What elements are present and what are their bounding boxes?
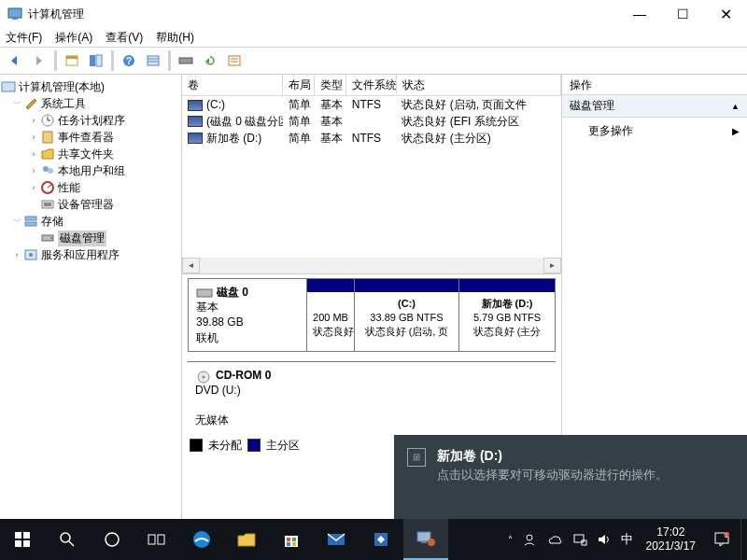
cdrom-row[interactable]: CD-ROM 0 DVD (U:) 无媒体 xyxy=(188,361,556,434)
titlebar[interactable]: 计算机管理 — ☐ ✕ xyxy=(0,0,747,28)
disk-settings-button[interactable] xyxy=(175,49,197,72)
volume-icon xyxy=(188,133,203,144)
scroll-left-button[interactable]: ◄ xyxy=(182,258,200,273)
minimize-button[interactable]: — xyxy=(618,0,661,28)
taskbar-mail[interactable] xyxy=(314,519,359,560)
tree-system-tools[interactable]: ﹀系统工具 xyxy=(0,95,181,112)
tray-chevron-up-icon[interactable]: ˄ xyxy=(508,535,513,545)
action-center-button[interactable]: 1 xyxy=(703,519,740,560)
separator xyxy=(54,50,57,71)
collapse-icon[interactable]: ▲ xyxy=(731,102,740,111)
taskbar-explorer[interactable] xyxy=(224,519,269,560)
partition-d[interactable]: 新加卷 (D:)5.79 GB NTFS状态良好 (主分 xyxy=(459,279,555,351)
legend-swatch-unallocated xyxy=(190,439,203,452)
tray-ime[interactable]: 中 xyxy=(621,531,633,548)
svg-point-34 xyxy=(203,375,205,378)
menubar: 文件(F) 操作(A) 查看(V) 帮助(H) xyxy=(0,28,747,47)
list-header[interactable]: 卷 布局 类型 文件系统 状态 xyxy=(182,75,561,96)
menu-help[interactable]: 帮助(H) xyxy=(156,30,194,46)
partition-c[interactable]: (C:)33.89 GB NTFS状态良好 (启动, 页 xyxy=(355,279,459,351)
help-button[interactable]: ? xyxy=(118,49,140,72)
svg-rect-3 xyxy=(66,56,78,59)
toast-notification[interactable]: ⊞ 新加卷 (D:) 点击以选择要对可移动驱动器进行的操作。 xyxy=(394,435,747,519)
svg-point-41 xyxy=(106,533,119,546)
tree-disk-management[interactable]: 磁盘管理 xyxy=(0,230,181,246)
svg-rect-46 xyxy=(287,538,290,541)
menu-file[interactable]: 文件(F) xyxy=(6,30,42,46)
tray-volume-icon[interactable] xyxy=(597,533,612,546)
svg-rect-38 xyxy=(23,540,30,547)
tray-network-icon[interactable] xyxy=(572,533,587,546)
svg-line-23 xyxy=(48,185,51,188)
svg-rect-1 xyxy=(12,18,18,20)
tree-event-viewer[interactable]: ›事件查看器 xyxy=(0,129,181,146)
tree-root[interactable]: 计算机管理(本地) xyxy=(0,78,181,95)
taskbar-compmgmt[interactable] xyxy=(403,519,448,560)
separator xyxy=(111,50,114,71)
svg-rect-26 xyxy=(25,217,36,220)
svg-rect-37 xyxy=(15,540,21,547)
search-button[interactable] xyxy=(45,519,90,560)
volume-row[interactable]: (磁盘 0 磁盘分区 1) 简单基本状态良好 (EFI 系统分区 xyxy=(182,113,561,130)
drive-icon: ⊞ xyxy=(407,448,426,467)
maximize-button[interactable]: ☐ xyxy=(661,0,704,28)
system-tray[interactable]: ˄ 中 xyxy=(502,531,639,548)
scroll-track[interactable] xyxy=(200,258,543,273)
svg-rect-0 xyxy=(8,8,21,18)
list-body[interactable]: (C:) 简单基本NTFS状态良好 (启动, 页面文件 (磁盘 0 磁盘分区 1… xyxy=(182,96,561,258)
volume-row[interactable]: (C:) 简单基本NTFS状态良好 (启动, 页面文件 xyxy=(182,96,561,113)
col-status[interactable]: 状态 xyxy=(397,75,561,95)
tree-task-scheduler[interactable]: ›任务计划程序 xyxy=(0,112,181,129)
taskbar-store[interactable] xyxy=(269,519,314,560)
cortana-button[interactable] xyxy=(90,519,134,560)
back-button[interactable] xyxy=(4,49,26,72)
actions-more[interactable]: 更多操作 ▶ xyxy=(562,118,747,145)
menu-view[interactable]: 查看(V) xyxy=(106,30,143,46)
show-hide-tree-button[interactable] xyxy=(85,49,107,72)
svg-line-40 xyxy=(69,541,74,546)
svg-rect-5 xyxy=(96,55,102,66)
taskbar[interactable]: ˄ 中 17:02 2021/3/17 1 xyxy=(0,519,747,560)
tray-people-icon[interactable] xyxy=(522,532,537,547)
col-type[interactable]: 类型 xyxy=(315,75,346,95)
taskbar-clock[interactable]: 17:02 2021/3/17 xyxy=(639,525,703,553)
scroll-right-button[interactable]: ► xyxy=(543,258,561,273)
tray-onedrive-icon[interactable] xyxy=(546,533,563,546)
tree-performance[interactable]: ›性能 xyxy=(0,179,181,196)
svg-rect-53 xyxy=(421,541,427,543)
start-button[interactable] xyxy=(0,519,45,560)
close-button[interactable]: ✕ xyxy=(704,0,747,28)
disk-0-row[interactable]: 磁盘 0 基本 39.88 GB 联机 200 MB状态良好 (C:)33.89… xyxy=(188,278,556,352)
col-layout[interactable]: 布局 xyxy=(283,75,315,95)
svg-rect-4 xyxy=(90,55,95,66)
disk-0-info[interactable]: 磁盘 0 基本 39.88 GB 联机 xyxy=(189,279,307,351)
taskbar-security[interactable] xyxy=(359,519,403,560)
taskbar-edge[interactable] xyxy=(179,519,224,560)
navigation-tree[interactable]: 计算机管理(本地) ﹀系统工具 ›任务计划程序 ›事件查看器 ›共享文件夹 ›本… xyxy=(0,75,182,519)
svg-point-31 xyxy=(29,253,33,257)
volume-icon xyxy=(188,116,203,127)
properties-button[interactable] xyxy=(223,49,246,72)
tree-storage[interactable]: ﹀存储 xyxy=(0,213,181,230)
tree-services-apps[interactable]: ›服务和应用程序 xyxy=(0,246,181,263)
up-button[interactable] xyxy=(61,49,83,72)
volume-row[interactable]: 新加卷 (D:) 简单基本NTFS状态良好 (主分区) xyxy=(182,130,561,147)
partition-efi[interactable]: 200 MB状态良好 xyxy=(307,279,355,351)
disk-icon xyxy=(196,287,213,300)
menu-action[interactable]: 操作(A) xyxy=(55,30,92,46)
col-volume[interactable]: 卷 xyxy=(182,75,283,95)
col-filesystem[interactable]: 文件系统 xyxy=(346,75,397,95)
svg-rect-49 xyxy=(292,542,296,546)
refresh-button[interactable] xyxy=(199,49,221,72)
tree-local-users[interactable]: ›本地用户和组 xyxy=(0,162,181,179)
tree-device-manager[interactable]: 设备管理器 xyxy=(0,196,181,213)
list-view-button[interactable] xyxy=(142,49,164,72)
svg-point-55 xyxy=(527,535,532,540)
actions-section[interactable]: 磁盘管理 ▲ xyxy=(562,95,747,118)
cdrom-info[interactable]: CD-ROM 0 DVD (U:) 无媒体 xyxy=(188,362,305,434)
taskview-button[interactable] xyxy=(134,519,179,560)
show-desktop-button[interactable] xyxy=(740,519,747,560)
horizontal-scrollbar[interactable]: ◄ ► xyxy=(182,258,561,273)
tree-shared-folders[interactable]: ›共享文件夹 xyxy=(0,146,181,162)
forward-button[interactable] xyxy=(28,49,50,72)
